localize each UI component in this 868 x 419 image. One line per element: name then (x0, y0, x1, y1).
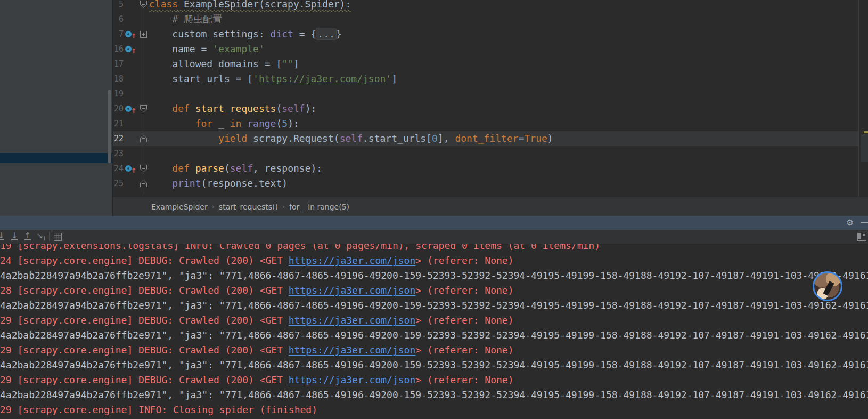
code-line-16[interactable]: 16↑ name = 'example' (113, 42, 868, 57)
code-line-23[interactable]: 23 (113, 146, 868, 161)
code-line-6[interactable]: 6 # 爬虫配置 (113, 12, 868, 27)
breadcrumb-item[interactable]: for _ in range(5) (289, 203, 349, 211)
line-number[interactable]: 23 (113, 146, 124, 161)
console-output[interactable]: 19 [scrapy.extensions.logstats] INFO: Cr… (0, 244, 868, 419)
code-url-link[interactable]: https://ja3er.com/json (259, 73, 386, 84)
print-grid-icon[interactable] (54, 233, 62, 241)
project-panel-selected-row[interactable] (0, 153, 112, 163)
code-line-18[interactable]: 18 start_urls = ['https://ja3er.com/json… (113, 71, 868, 86)
layout-icon[interactable] (857, 233, 866, 241)
run-toolwindow-header[interactable]: ⚙ — (0, 216, 868, 230)
scroll-to-cursor-icon[interactable]: ↘I (34, 231, 46, 243)
fold-marker-icon[interactable] (140, 165, 147, 172)
line-number[interactable]: 17 (113, 57, 124, 71)
gutter-override-slot: ↑ (124, 161, 140, 176)
console-line: 4a2bab228497a94b2a76ffb2e971", "ja3": "7… (0, 358, 868, 373)
gutter-override-slot (124, 86, 140, 101)
project-panel[interactable] (0, 0, 112, 216)
code-token: 0 (432, 133, 438, 144)
code-line-21[interactable]: 21 for _ in range(5): (113, 116, 868, 131)
gutter-fold-slot (140, 71, 149, 86)
gutter-override-slot (124, 146, 140, 161)
line-number[interactable]: 18 (113, 71, 124, 86)
code-line-7[interactable]: 7↑ custom_settings: dict = {...} (113, 27, 868, 42)
console-line: 4a2bab228497a94b2a76ffb2e971", "ja3": "7… (0, 268, 868, 283)
console-url-link[interactable]: https://ja3er.com/json (289, 374, 415, 385)
code-line-24[interactable]: 24↑ def parse(self, response): (113, 161, 868, 176)
fold-marker-icon[interactable] (140, 105, 147, 112)
code-token: ): (288, 118, 299, 129)
code-token: .start_urls[ (363, 133, 432, 144)
line-number[interactable]: 5 (113, 0, 124, 12)
console-url-link[interactable]: https://ja3er.com/json (289, 344, 415, 356)
gutter-fold-slot (140, 42, 149, 57)
console-text: 4a2bab228497a94b2a76ffb2e971", "ja3": "7… (0, 270, 868, 281)
gutter-fold-slot (140, 131, 149, 146)
hide-toolwindow-icon[interactable]: — (858, 216, 868, 228)
code-line-17[interactable]: 17 allowed_domains = [""] (113, 57, 868, 71)
breadcrumb-item[interactable]: start_requests() (219, 203, 278, 211)
override-gutter-icon[interactable]: ↑ (125, 30, 139, 39)
console-text: 4a2bab228497a94b2a76ffb2e971", "ja3": "7… (0, 329, 868, 341)
override-gutter-icon[interactable]: ↑ (125, 165, 139, 173)
warning-stripe-mark[interactable] (864, 131, 868, 133)
line-number[interactable]: 22 (113, 131, 124, 146)
line-number[interactable]: 7 (113, 27, 124, 42)
gutter-override-slot (124, 116, 140, 131)
console-line: 29 [scrapy.core.engine] DEBUG: Crawled (… (0, 343, 868, 358)
code-token[interactable]: ... (316, 28, 336, 39)
scroll-up-icon[interactable]: ↑ (22, 231, 34, 243)
ide-window: 5class ExampleSpider(scrapy.Spider):6 # … (0, 0, 868, 419)
gear-icon[interactable]: ⚙ (844, 217, 856, 228)
line-number[interactable]: 19 (113, 86, 124, 101)
avatar[interactable] (813, 271, 842, 301)
scroll-down-icon[interactable]: ↓ (9, 231, 20, 243)
code-token: "" (282, 58, 293, 69)
code-token: ExampleSpider(scrapy.Spider): (178, 0, 351, 10)
gutter-fold-slot (140, 0, 149, 12)
gutter-fold-slot (140, 176, 149, 191)
code-token (149, 163, 172, 174)
editor-scrollbar-thumb[interactable] (861, 134, 868, 162)
console-url-link[interactable]: https://ja3er.com/json (289, 255, 415, 266)
console-text: > (referer: None) (415, 374, 513, 385)
gutter-override-slot (124, 71, 140, 86)
code-token: dont_filter (455, 133, 518, 144)
code-line-22[interactable]: 22 yield scrapy.Request(self.start_urls[… (113, 131, 858, 146)
code-line-19[interactable]: 19 (113, 86, 868, 101)
line-number[interactable]: 16 (113, 42, 124, 57)
code-rows: 5class ExampleSpider(scrapy.Spider):6 # … (113, 0, 868, 191)
override-gutter-icon[interactable]: ↑ (125, 45, 139, 54)
breadcrumb-item[interactable]: ExampleSpider (151, 203, 208, 211)
code-text: allowed_domains = [""] (149, 57, 299, 71)
code-line-25[interactable]: 25 print(response.text) (113, 176, 868, 191)
console-line: 19 [scrapy.extensions.logstats] INFO: Cr… (0, 244, 868, 253)
fold-marker-icon[interactable] (140, 135, 147, 142)
code-editor[interactable]: 5class ExampleSpider(scrapy.Spider):6 # … (113, 0, 868, 198)
console-line: 24 [scrapy.core.engine] DEBUG: Crawled (… (0, 253, 868, 268)
clipped-arrow-icon[interactable]: ↓ (0, 231, 7, 243)
line-number[interactable]: 25 (113, 176, 124, 191)
fold-marker-icon[interactable] (140, 180, 147, 187)
line-number[interactable]: 6 (113, 12, 124, 27)
line-number[interactable]: 24 (113, 161, 124, 176)
console-url-link[interactable]: https://ja3er.com/json (289, 315, 415, 326)
editor-error-stripe[interactable] (858, 0, 868, 198)
code-line-5[interactable]: 5class ExampleSpider(scrapy.Spider): (113, 0, 868, 12)
gutter-fold-slot (140, 146, 149, 161)
code-text: for _ in range(5): (149, 116, 299, 131)
project-panel-scrollbar[interactable] (108, 90, 111, 163)
code-token: parse (195, 163, 224, 174)
console-url-link[interactable]: https://ja3er.com/json (289, 285, 415, 296)
line-number[interactable]: 20 (113, 101, 124, 116)
console-text: 19 [scrapy.extensions.logstats] INFO: Cr… (0, 244, 600, 251)
fold-marker-icon[interactable] (140, 1, 147, 8)
gutter-override-slot (124, 176, 140, 191)
code-line-20[interactable]: 20↑ def start_requests(self): (113, 101, 868, 116)
line-number[interactable]: 21 (113, 116, 124, 131)
gutter-fold-slot (140, 12, 149, 27)
code-token: _ (218, 118, 230, 129)
gutter-override-slot (124, 57, 140, 71)
fold-expand-icon[interactable] (140, 31, 147, 38)
override-gutter-icon[interactable]: ↑ (125, 105, 139, 114)
